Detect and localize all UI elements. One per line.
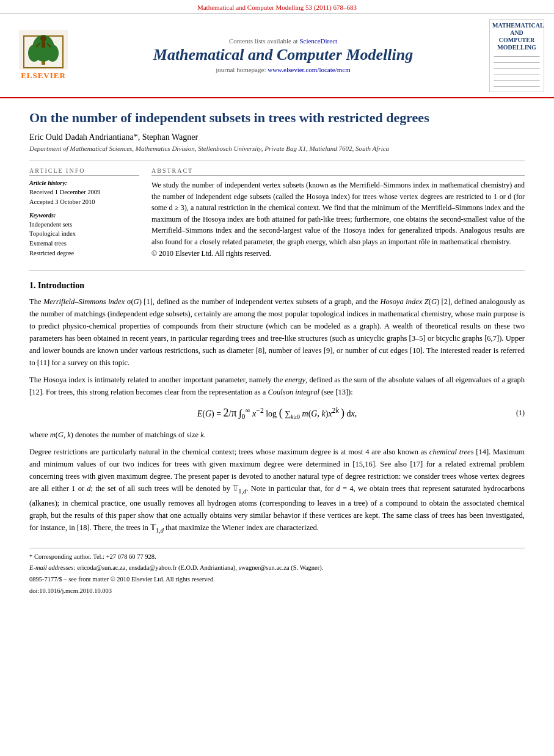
journal-citation-bar: Mathematical and Computer Modelling 53 (… — [0, 0, 554, 14]
cover-title: MATHEMATICALANDCOMPUTERMODELLING — [492, 22, 541, 51]
abstract-text: We study the number of independent verte… — [151, 180, 525, 248]
elsevier-brand-text: ELSEVIER — [21, 71, 66, 81]
keyword-1: Independent sets — [29, 220, 139, 230]
journal-center-info: Contents lists available at ScienceDirec… — [83, 37, 483, 73]
footnote-emails: E-mail addresses: ericoda@sun.ac.za, ens… — [29, 563, 525, 573]
footnote-star: * Corresponding author. Tel.: +27 078 60… — [29, 552, 525, 562]
section-1-para-3: where m(G, k) denotes the number of matc… — [29, 429, 525, 441]
formula-1-content: E(G) = 2/π ∫0∞ x−2 log ( ∑k≥0 m(G, k)x2k… — [197, 407, 357, 421]
coulson-term: Coulson integral — [268, 388, 319, 396]
contents-available-line: Contents lists available at ScienceDirec… — [83, 37, 483, 45]
elsevier-tree-icon — [19, 30, 68, 70]
received-date: Received 1 December 2009 — [29, 187, 139, 197]
homepage-label: journal homepage: — [216, 66, 266, 73]
email-label: E-mail addresses: — [29, 564, 76, 571]
footnote-issn: 0895-7177/$ – see front matter © 2010 El… — [29, 575, 525, 584]
footnote-doi: doi:10.1016/j.mcm.2010.10.003 — [29, 586, 525, 596]
homepage-link[interactable]: www.elsevier.com/locate/mcm — [268, 66, 351, 73]
article-history-block: Article history: Received 1 December 200… — [29, 180, 139, 207]
keyword-3: Extremal trees — [29, 239, 139, 249]
header-divider — [29, 161, 525, 161]
abstract-panel: ABSTRACT We study the number of independ… — [151, 167, 525, 263]
article-info-label: ARTICLE INFO — [29, 167, 139, 176]
hosoya-term: Hosoya index — [381, 297, 423, 306]
abstract-body-divider — [29, 271, 525, 271]
contents-label: Contents lists available at — [229, 37, 298, 45]
energy-term: energy — [285, 376, 306, 384]
section-1-number: 1. — [29, 281, 36, 290]
email-addresses: ericoda@sun.ac.za, ensdada@yahoo.fr (E.O… — [77, 564, 323, 571]
accepted-date: Accepted 3 October 2010 — [29, 197, 139, 207]
cover-lines: —————————— —————————— —————————— ———————… — [492, 53, 541, 89]
section-1-para-2: The Hosoya index is intimately related t… — [29, 374, 525, 398]
keywords-block: Keywords: Independent sets Topological i… — [29, 212, 139, 258]
history-title: Article history: — [29, 180, 139, 186]
section-1-para-1: The Merrifield–Simmons index σ(G) [1], d… — [29, 296, 525, 369]
journal-citation-text: Mathematical and Computer Modelling 53 (… — [197, 4, 357, 11]
keywords-title: Keywords: — [29, 212, 139, 219]
article-info-abstract-row: ARTICLE INFO Article history: Received 1… — [29, 167, 525, 263]
svg-rect-7 — [42, 42, 45, 48]
main-content: On the number of independent subsets in … — [0, 98, 554, 609]
svg-point-5 — [46, 45, 59, 62]
merrifield-term: Merrifield–Simmons index — [43, 297, 125, 306]
journal-cover-thumbnail: MATHEMATICALANDCOMPUTERMODELLING ———————… — [489, 19, 544, 92]
svg-point-4 — [28, 45, 40, 62]
sciencedirect-link[interactable]: ScienceDirect — [299, 37, 337, 45]
section-1-para-4: Degree restrictions are particularly nat… — [29, 446, 525, 535]
homepage-line: journal homepage: www.elsevier.com/locat… — [83, 66, 483, 73]
abstract-label: ABSTRACT — [151, 167, 525, 176]
formula-1-number: (1) — [516, 409, 525, 418]
formula-1-block: E(G) = 2/π ∫0∞ x−2 log ( ∑k≥0 m(G, k)x2k… — [29, 407, 525, 421]
keyword-2: Topological index — [29, 229, 139, 239]
keyword-4: Restricted degree — [29, 249, 139, 258]
authors: Eric Ould Dadah Andriantiana*, Stephan W… — [29, 133, 525, 142]
elsevier-logo: ELSEVIER — [10, 30, 77, 81]
section-1-heading: Introduction — [38, 281, 84, 290]
copyright-notice: © 2010 Elsevier Ltd. All rights reserved… — [151, 248, 525, 260]
journal-title: Mathematical and Computer Modelling — [83, 46, 483, 64]
svg-point-6 — [40, 35, 46, 42]
authors-text: Eric Ould Dadah Andriantiana*, Stephan W… — [29, 133, 198, 142]
section-1-title: 1. Introduction — [29, 281, 525, 291]
journal-header: ELSEVIER Contents lists available at Sci… — [0, 14, 554, 98]
article-info-panel: ARTICLE INFO Article history: Received 1… — [29, 167, 139, 263]
footnote-area: * Corresponding author. Tel.: +27 078 60… — [29, 548, 525, 596]
affiliation: Department of Mathematical Sciences, Mat… — [29, 145, 525, 152]
article-title: On the number of independent subsets in … — [29, 109, 525, 127]
